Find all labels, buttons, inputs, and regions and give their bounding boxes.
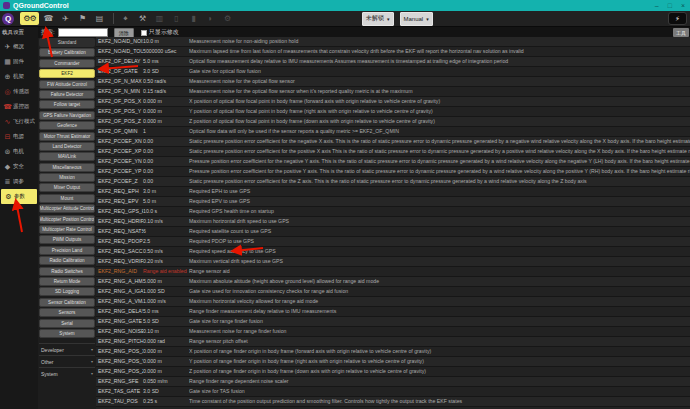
group-button-standard[interactable]: Standard (39, 38, 95, 47)
table-row[interactable]: EKF2_PCOEF_XP0.00Static pressure positio… (96, 147, 690, 157)
tools-button[interactable]: 工具 (673, 28, 689, 37)
qgc-logo-icon[interactable]: Q (2, 13, 14, 25)
section-system[interactable]: System▾ (39, 367, 95, 379)
table-row[interactable]: EKF2_RNG_A_IGATE1.000 SDGate size used f… (96, 287, 690, 297)
table-row[interactable]: EKF2_OF_N_MIN0.15 rad/sMeasurement noise… (96, 87, 690, 97)
table-row[interactable]: EKF2_REQ_SACC0.50 m/sRequired speed accu… (96, 247, 690, 257)
table-row[interactable]: EKF2_PCOEF_YP0.00Pressure position error… (96, 167, 690, 177)
group-button-ekf2[interactable]: EKF2 (39, 69, 95, 78)
table-row[interactable]: EKF2_OF_QMIN1Optical flow data will only… (96, 127, 690, 137)
table-row[interactable]: EKF2_RNG_DELAY5.0 msRange finder measure… (96, 307, 690, 317)
group-button-motor-thrust-estimator[interactable]: Motor Thrust Estimator (39, 132, 95, 141)
group-button-precision-land[interactable]: Precision Land (39, 246, 95, 255)
group-button-serial[interactable]: Serial (39, 319, 95, 328)
group-button-radio-switches[interactable]: Radio Switches (39, 267, 95, 276)
clear-search-button[interactable]: 清除 (114, 28, 134, 38)
group-button-multicopter-attitude-control[interactable]: Multicopter Attitude Control (39, 204, 95, 213)
sidebar-item-10[interactable]: ≣调参 (0, 174, 38, 189)
group-button-mission[interactable]: Mission (39, 173, 95, 182)
table-row[interactable]: EKF2_RNG_PITCH0.000 radRange sensor pitc… (96, 337, 690, 347)
group-button-fw-attitude-control[interactable]: FW Attitude Control (39, 80, 95, 89)
table-row[interactable]: EKF2_NOAID_NOISE10.0 mMeasurement noise … (96, 37, 690, 47)
group-button-gps-failure-navigation[interactable]: GPS Failure Navigation (39, 111, 95, 120)
group-button-mount[interactable]: Mount (39, 194, 95, 203)
table-row[interactable]: EKF2_PCOEF_Z0.00Static pressure position… (96, 177, 690, 187)
table-row[interactable]: EKF2_OF_N_MAX0.50 rad/sMeasurement noise… (96, 77, 690, 87)
group-button-commander[interactable]: Commander (39, 59, 95, 68)
minimize-button[interactable]: – (655, 0, 659, 11)
table-row[interactable]: EKF2_TAU_POS0.25 sTime constant of the p… (96, 397, 690, 407)
settings-gear-icon[interactable]: ⚙ (220, 12, 235, 25)
sidebar-item-11[interactable]: ⚙参数 (1, 189, 37, 204)
table-row[interactable]: EKF2_REQ_PDOP2.5Required PDOP to use GPS (96, 237, 690, 247)
sidebar-item-2[interactable]: ▦固件 (0, 54, 38, 69)
group-button-failure-detector[interactable]: Failure Detector (39, 90, 95, 99)
table-row[interactable]: EKF2_RNG_SFE0.050 m/mRange finder range … (96, 377, 690, 387)
table-row[interactable]: EKF2_REQ_EPV5.0 mRequired EPV to use GPS (96, 197, 690, 207)
status-badge[interactable]: ⚡ (668, 12, 687, 25)
flight-mode-dropdown[interactable]: Manual ▾ (400, 12, 433, 26)
sidebar-item-6[interactable]: ∿飞行模式 (0, 114, 38, 129)
group-button-radio-calibration[interactable]: Radio Calibration (39, 256, 95, 265)
group-button-return-mode[interactable]: Return Mode (39, 277, 95, 286)
section-developer[interactable]: Developer▾ (39, 343, 95, 355)
sidebar-item-1[interactable]: ✈概况 (0, 39, 38, 54)
plan-view-icon[interactable]: ⚑ (75, 12, 90, 25)
table-row[interactable]: EKF2_OF_GATE3.0 SDGate size for optical … (96, 67, 690, 77)
rc-status-icon[interactable]: ▮ (186, 12, 201, 25)
checklist-icon[interactable]: ▤ (92, 12, 107, 25)
group-button-miscellaneous[interactable]: Miscellaneous (39, 163, 95, 172)
close-button[interactable]: × (681, 0, 685, 11)
maximize-button[interactable]: □ (668, 0, 672, 11)
group-button-multicopter-position-control[interactable]: Multicopter Position Control (39, 215, 95, 224)
table-row[interactable]: EKF2_OF_POS_Y0.000 mY position of optica… (96, 107, 690, 117)
table-row[interactable]: EKF2_OF_POS_Z0.000 mZ position of optica… (96, 117, 690, 127)
table-row[interactable]: EKF2_RNG_A_VMAX1.000 m/sMaximum horizont… (96, 297, 690, 307)
sidebar-item-4[interactable]: ◎传感器 (0, 84, 38, 99)
group-button-geofence[interactable]: Geofence (39, 121, 95, 130)
group-button-mixer-output[interactable]: Mixer Output (39, 183, 95, 192)
armed-status-dropdown[interactable]: 未解锁 ▾ (362, 12, 394, 26)
table-row[interactable]: EKF2_REQ_NSATS6Required satellite count … (96, 227, 690, 237)
group-button-pwm-outputs[interactable]: PWM Outputs (39, 235, 95, 244)
table-row[interactable]: EKF2_RNG_NOISE0.10 mMeasurement noise fo… (96, 327, 690, 337)
group-button-land-detector[interactable]: Land Detector (39, 142, 95, 151)
sidebar-item-9[interactable]: ◆安全 (0, 159, 38, 174)
table-row[interactable]: EKF2_RNG_POS_X0.000 mX position of range… (96, 347, 690, 357)
table-row[interactable]: EKF2_PCOEF_YN0.00Pressure position error… (96, 157, 690, 167)
group-button-sensor-calibration[interactable]: Sensor Calibration (39, 298, 95, 307)
fly-view-icon[interactable]: ✈ (58, 12, 73, 25)
analyze-chart-icon[interactable]: ▥ (152, 12, 167, 25)
table-row[interactable]: EKF2_RNG_AIDRange aid enabledRange senso… (96, 267, 690, 277)
table-row[interactable]: EKF2_TAS_GATE3.0 SDGate size for TAS fus… (96, 387, 690, 397)
table-row[interactable]: EKF2_REQ_HDRIFT0.10 m/sMaximum horizonta… (96, 217, 690, 227)
table-row[interactable]: EKF2_RNG_POS_Y0.000 mY position of range… (96, 357, 690, 367)
joystick-icon[interactable]: ☎ (41, 12, 56, 25)
group-button-multicopter-rate-control[interactable]: Multicopter Rate Control (39, 225, 95, 234)
sidebar-item-3[interactable]: ⊕机架 (0, 69, 38, 84)
group-button-mavlink[interactable]: MAVLink (39, 152, 95, 161)
group-button-sensors[interactable]: Sensors (39, 308, 95, 317)
table-row[interactable]: EKF2_REQ_EPH3.0 mRequired EPH to use GPS (96, 187, 690, 197)
notifications-bell-icon[interactable]: ◗ (203, 12, 218, 25)
vehicle-setup-gears-icon[interactable]: ⚙⚙ (20, 12, 39, 25)
setup-wrench-icon[interactable]: ⚒ (135, 12, 150, 25)
table-row[interactable]: EKF2_RNG_GATE5.0 SDGate size for range f… (96, 317, 690, 327)
table-row[interactable]: EKF2_PCOEF_XN0.00Static pressure positio… (96, 137, 690, 147)
group-button-sd-logging[interactable]: SD Logging (39, 287, 95, 296)
table-row[interactable]: EKF2_REQ_VDRIFT0.20 m/sMaximum vertical … (96, 257, 690, 267)
table-row[interactable]: EKF2_OF_POS_X0.000 mX position of optica… (96, 97, 690, 107)
section-other[interactable]: Other▾ (39, 355, 95, 367)
group-button-follow-target[interactable]: Follow target (39, 100, 95, 109)
sidebar-item-7[interactable]: ⊟电源 (0, 129, 38, 144)
table-row[interactable]: EKF2_RNG_A_HMAX5.000 mMaximum absolute a… (96, 277, 690, 287)
group-button-battery-calibration[interactable]: Battery Calibration (39, 48, 95, 57)
telemetry-signal-icon[interactable]: ⌖ (118, 12, 133, 25)
battery-status-icon[interactable]: ▯ (169, 12, 184, 25)
table-row[interactable]: EKF2_RNG_POS_Z0.000 mZ position of range… (96, 367, 690, 377)
search-input[interactable] (58, 28, 108, 37)
table-row[interactable]: EKF2_OF_DELAY5.0 msOptical flow measurem… (96, 57, 690, 67)
table-row[interactable]: EKF2_REQ_GPS_H10.0 sRequired GPS health … (96, 207, 690, 217)
group-button-system[interactable]: System (39, 329, 95, 338)
table-row[interactable]: EKF2_NOAID_TOUT5000000 uSecMaximum lapse… (96, 47, 690, 57)
